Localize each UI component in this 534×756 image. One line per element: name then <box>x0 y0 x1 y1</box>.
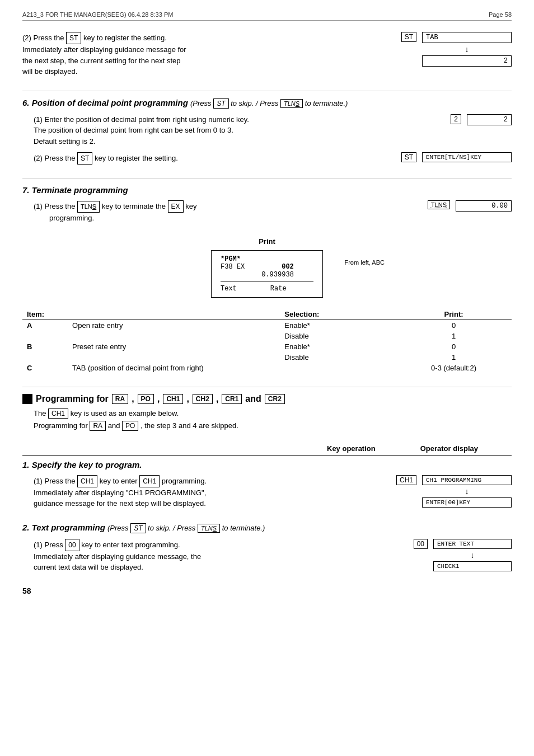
section-6: 6. Position of decimal point programming… <box>22 98 512 165</box>
prog-step2-step: (1) Press 00 key to enter text programmi… <box>34 539 512 573</box>
item-empty2 <box>22 352 68 363</box>
ps1-ch1-key: CH1 <box>77 475 97 487</box>
print-line2-row: F38 EX 002 0.939938 <box>221 263 313 279</box>
prog-note2: Programming for RA and PO , the step 3 a… <box>34 421 512 431</box>
prog-ra-badge: RA <box>90 421 106 431</box>
s6-step2-text2: key to register the setting. <box>95 154 178 162</box>
s6-display-enter: ENTER[TL/NS]KEY <box>422 152 512 162</box>
prog-step2-text: (1) Press 00 key to enter text programmi… <box>34 539 313 573</box>
ps1-display-stack: CH1 PROGRAMMING ↓ ENTER[00]KEY <box>422 475 512 508</box>
key-po: PO <box>138 394 154 404</box>
s7-step1-text2: key to terminate the <box>102 202 168 210</box>
print-labels-row: Text Rate <box>221 281 313 293</box>
ps2-st-key: ST <box>130 523 146 533</box>
key-ra: RA <box>112 394 128 404</box>
print-b-1: 1 <box>396 352 512 363</box>
s6-step2-text: (2) Press the ST key to register the set… <box>34 152 313 165</box>
s7-step1-row: (1) Press the TLNS key to terminate the … <box>34 200 512 224</box>
sel-disable-a: Disable <box>280 331 396 341</box>
ps2-00-key: 00 <box>65 539 79 551</box>
prog-step2-title: 2. Text programming (Press ST to skip. /… <box>22 523 512 533</box>
prog-step1-title: 1. Specify the key to program. <box>22 460 512 469</box>
s7-tlns-badge: TLNS <box>428 200 450 209</box>
page-number: 58 <box>22 586 512 595</box>
key-ch2: CH2 <box>193 394 213 404</box>
s6-key-2: 2 <box>451 114 461 124</box>
table-section: Item: Selection: Print: A Open rate entr… <box>22 309 512 373</box>
s6-step1-label: (1) Enter the position of decimal point … <box>34 115 249 124</box>
tlns-key-s6: TLNS <box>280 99 303 108</box>
ps1-display1: CH1 PROGRAMMING <box>422 475 512 485</box>
print-line2: F38 EX <box>221 263 245 271</box>
table-row: A Open rate entry Enable* 0 <box>22 320 512 331</box>
key-ch1: CH1 <box>163 394 183 404</box>
s7-tlns-key: TLNS <box>77 201 100 213</box>
prog-note2-text1: Programming for <box>34 421 90 430</box>
ps2-label: (1) Press <box>34 541 65 549</box>
s6-step2-row: (2) Press the ST key to register the set… <box>34 152 512 165</box>
s6-step1-text3: Default setting is 2. <box>34 137 96 145</box>
desc-open-rate: Open rate entry <box>68 320 280 331</box>
sel-enable-a: Enable* <box>280 320 396 331</box>
item-b: B <box>22 341 68 352</box>
desc-empty2 <box>68 352 280 363</box>
prog-note2-and: and <box>108 421 122 430</box>
ps1-text3: programming. <box>162 477 207 485</box>
col-print: Print: <box>396 309 512 320</box>
col-desc <box>68 309 280 320</box>
divider-3 <box>22 387 512 387</box>
item-c: C <box>22 363 68 373</box>
s7-step1-text: (1) Press the TLNS key to terminate the … <box>34 200 313 224</box>
prog-note1: The CH1 key is used as an example below. <box>34 408 512 419</box>
st-key-right: ST <box>401 32 416 42</box>
display-2: 2 <box>422 55 512 67</box>
from-left-note: From left, ABC <box>344 259 385 266</box>
prog-header: Programming for RA, PO, CH1, CH2, CR1 an… <box>22 394 512 404</box>
print-label-rate: Rate <box>270 285 287 293</box>
s7-display-000: 0.00 <box>456 200 512 212</box>
col-item: Item: <box>22 309 68 320</box>
s7-step1-right: TLNS 0.00 <box>366 200 512 212</box>
prog-note1-text2: key is used as an example below. <box>71 409 179 417</box>
prog-title-prefix: Programming for <box>36 394 109 404</box>
prog-po-badge: PO <box>122 421 138 431</box>
black-square-icon <box>22 394 32 404</box>
table-row: B Preset rate entry Enable* 0 <box>22 341 512 352</box>
ps2-tlns-key: TLNS <box>198 524 220 533</box>
item-empty1 <box>22 331 68 341</box>
section-7-title: 7. Terminate programming <box>22 185 512 195</box>
ps1-text4: Immediately after displaying "CH1 PROGRA… <box>34 489 206 497</box>
s6-display-2: 2 <box>467 114 512 125</box>
print-col1-col2: 002 0.939938 <box>261 263 294 279</box>
data-table: Item: Selection: Print: A Open rate entr… <box>22 309 512 373</box>
step2-label: (2) Press the <box>22 34 66 42</box>
section-6-step1: (1) Enter the position of decimal point … <box>34 114 512 147</box>
ps2-display-stack: ENTER TEXT ↓ CHECK1 <box>433 539 512 571</box>
print-label-text: Text <box>221 285 237 293</box>
header-page: Page 58 <box>489 11 512 18</box>
ps2-text3: Immediately after displaying guidance me… <box>34 552 201 561</box>
prog-note1-text1: The <box>34 409 48 417</box>
comma4: , <box>216 394 218 404</box>
table-row: C TAB (position of decimal point from ri… <box>22 363 512 373</box>
table-body: A Open rate entry Enable* 0 Disable 1 B … <box>22 320 512 373</box>
ps2-text4: current text data will be displayed. <box>34 563 143 571</box>
section-6-title: 6. Position of decimal point programming… <box>22 98 512 109</box>
prog-step2-section: 2. Text programming (Press ST to skip. /… <box>22 523 512 573</box>
step-2-row: (2) Press the ST key to register the set… <box>22 32 512 77</box>
s6-st-key: ST <box>77 152 92 165</box>
s7-step1-text3: key <box>185 202 196 210</box>
print-a-0: 0 <box>396 320 512 331</box>
step-2-text: (2) Press the ST key to register the set… <box>22 32 302 77</box>
col-op-display: Operator display <box>420 444 478 453</box>
and-text: and <box>245 394 261 404</box>
item-a: A <box>22 320 68 331</box>
s6-step1-text2: The position of decimal point from right… <box>34 126 233 134</box>
divider-1 <box>22 91 512 91</box>
ps2-display1: ENTER TEXT <box>433 539 512 549</box>
s7-step1-label: (1) Press the <box>34 202 77 210</box>
print-content: *PGM* F38 EX 002 0.939938 Text Rate From… <box>211 250 323 298</box>
ps1-ch1-key2: CH1 <box>139 475 160 487</box>
ps2-text2: key to enter text programming. <box>81 541 180 549</box>
table-row: Disable 1 <box>22 352 512 363</box>
